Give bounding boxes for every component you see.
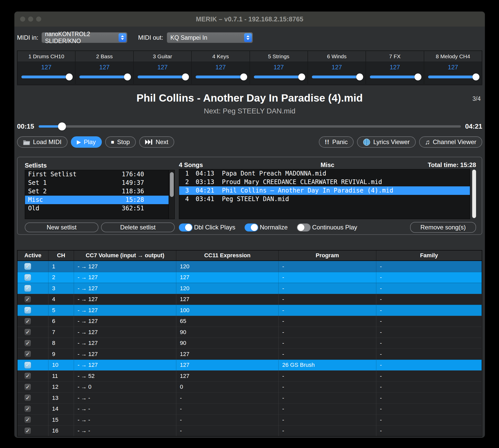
song-row[interactable]: 3 04:21 Phil Collins – Another Day In Pa… — [179, 186, 470, 195]
channel-table: ActiveCHCC7 Volume (input → output)CC11 … — [17, 250, 482, 437]
remove-songs-button[interactable]: Remove song(s) — [410, 222, 476, 233]
mixer-channel-slider[interactable] — [370, 76, 420, 79]
channel-row[interactable]: ✓ 5 - → 127 100 - - — [18, 305, 482, 316]
songs-list[interactable]: 1 04:13 Papa Dont Preach MADONNA.mid 2 0… — [179, 169, 470, 219]
channel-row[interactable]: ✓ 12 - → 0 0 - - — [18, 381, 482, 393]
active-checkbox[interactable]: ✓ — [24, 362, 31, 369]
stop-button[interactable]: ■ Stop — [105, 136, 136, 148]
cc7-volume-cell: - → - — [74, 392, 176, 403]
channel-row[interactable]: ✓ 4 - → 127 127 - - — [18, 294, 482, 305]
mixer-channel-slider[interactable] — [312, 76, 362, 79]
setlist-row[interactable]: Misc 15:28 — [25, 196, 174, 204]
seek-thumb[interactable] — [58, 122, 66, 130]
scrollbar-thumb[interactable] — [170, 172, 174, 197]
slider-thumb[interactable] — [124, 73, 131, 80]
delete-setlist-button[interactable]: Delete setlist — [101, 222, 175, 232]
active-checkbox[interactable]: ✓ — [24, 340, 31, 347]
active-checkbox[interactable]: ✓ — [24, 329, 31, 336]
active-checkbox[interactable]: ✓ — [24, 307, 31, 314]
slider-thumb[interactable] — [298, 73, 305, 80]
setlist-row[interactable]: Set 1 149:37 — [25, 179, 174, 187]
mixer-channel: 6 Winds 127 — [308, 51, 366, 84]
slider-thumb[interactable] — [472, 73, 479, 80]
channel-row[interactable]: ✓ 3 - → 127 120 - - — [18, 283, 482, 294]
mixer-channel-slider[interactable] — [21, 76, 71, 79]
mixer-channel-slider[interactable] — [138, 76, 187, 79]
program-cell: - — [279, 381, 376, 393]
slider-thumb[interactable] — [414, 73, 421, 80]
channel-row[interactable]: ✓ 15 - → - - - - — [18, 414, 482, 425]
active-cell: ✓ — [18, 360, 48, 371]
active-checkbox[interactable]: ✓ — [24, 318, 31, 325]
close-button[interactable] — [20, 16, 25, 22]
channel-row[interactable]: ✓ 9 - → 127 127 - - — [18, 349, 482, 360]
slider-thumb[interactable] — [240, 73, 247, 80]
songs-scrollbar[interactable] — [472, 170, 476, 218]
song-row[interactable]: 2 03:13 Proud Mary CREEDANCE CLEARWATER … — [179, 178, 470, 186]
toggle-switch[interactable] — [245, 223, 258, 231]
channel-row[interactable]: ✓ 10 - → 127 127 26 GS Brush - — [18, 360, 482, 371]
midi-in-label: MIDI in: — [17, 34, 38, 41]
setlist-list[interactable]: First Setlist 176:40 Set 1 149:37 Set 2 … — [25, 170, 175, 219]
active-checkbox[interactable]: ✓ — [24, 416, 31, 423]
slider-track — [196, 76, 245, 78]
slider-thumb[interactable] — [356, 73, 363, 80]
program-cell: - — [279, 283, 376, 294]
toggle-switch[interactable] — [179, 223, 193, 231]
active-checkbox[interactable]: ✓ — [24, 285, 31, 292]
toggle-continuous-play[interactable]: Continuous Play — [297, 223, 357, 231]
channel-row[interactable]: ✓ 6 - → 127 65 - - — [18, 316, 482, 327]
cc11-expression-cell: 0 — [176, 381, 279, 393]
midi-in-select[interactable]: nanoKONTROL2 SLIDER/KNO — [41, 32, 127, 43]
active-checkbox[interactable]: ✓ — [24, 274, 31, 281]
setlist-row[interactable]: Set 2 118:36 — [25, 187, 174, 196]
setlist-row[interactable]: First Setlist 176:40 — [25, 170, 174, 179]
new-setlist-button[interactable]: New setlist — [25, 222, 98, 232]
load-midi-button[interactable]: Load MIDI — [17, 136, 68, 148]
channel-row[interactable]: ✓ 13 - → - - - - — [18, 392, 482, 403]
song-filename: Papa Dont Preach MADONNA.mid — [222, 169, 326, 178]
setlist-row[interactable]: Old 362:51 — [25, 204, 174, 213]
toggle-normalize[interactable]: Normalize — [245, 223, 288, 231]
channel-row[interactable]: ✓ 8 - → 127 90 - - — [18, 338, 482, 349]
active-checkbox[interactable]: ✓ — [24, 296, 31, 303]
lyrics-viewer-button[interactable]: Lyrics Viewer — [357, 136, 415, 148]
checkmark-icon: ✓ — [26, 428, 30, 434]
channel-row[interactable]: ✓ 2 - → 127 127 - - — [18, 272, 482, 283]
setlist-scrollbar[interactable] — [169, 170, 174, 219]
channel-row[interactable]: ✓ 11 - → 52 127 - - — [18, 370, 482, 381]
channel-row[interactable]: ✓ 16 - → - - - - — [18, 425, 482, 436]
midi-out-select[interactable]: KQ Sampei In — [167, 32, 253, 43]
seek-bar[interactable] — [39, 125, 461, 128]
mixer-channel-value: 127 — [192, 62, 249, 71]
play-button[interactable]: ▶ Play — [71, 136, 102, 148]
mixer-channel-slider[interactable] — [196, 76, 245, 79]
mixer-channel-name: 3 Guitar — [134, 51, 192, 62]
setlist-duration: 15:28 — [105, 196, 144, 204]
song-row[interactable]: 4 03:41 Peg STEELY DAN.mid — [179, 195, 470, 203]
cc11-expression-cell: 120 — [176, 261, 279, 272]
toggle-dbl-click-plays[interactable]: Dbl Click Plays — [179, 223, 235, 231]
slider-thumb[interactable] — [66, 73, 73, 80]
panic-button[interactable]: !! Panic — [319, 136, 354, 148]
channel-row[interactable]: ✓ 7 - → 127 90 - - — [18, 327, 482, 338]
active-checkbox[interactable]: ✓ — [24, 405, 31, 412]
mixer-channel-slider[interactable] — [79, 76, 129, 79]
channel-row[interactable]: ✓ 1 - → 127 120 - - — [18, 261, 482, 272]
channel-row[interactable]: ✓ 14 - → - - - - — [18, 403, 482, 414]
slider-thumb[interactable] — [182, 73, 189, 80]
zoom-button[interactable] — [36, 16, 41, 22]
active-checkbox[interactable]: ✓ — [24, 394, 31, 401]
active-checkbox[interactable]: ✓ — [24, 427, 31, 434]
toggle-switch[interactable] — [297, 223, 311, 231]
song-row[interactable]: 1 04:13 Papa Dont Preach MADONNA.mid — [179, 169, 470, 178]
mixer-channel-slider[interactable] — [428, 76, 478, 79]
mixer-channel-slider[interactable] — [254, 76, 304, 79]
active-checkbox[interactable]: ✓ — [24, 384, 31, 391]
active-checkbox[interactable]: ✓ — [24, 351, 31, 358]
active-checkbox[interactable]: ✓ — [24, 372, 31, 379]
next-button[interactable]: Next — [139, 136, 174, 148]
active-checkbox[interactable]: ✓ — [24, 263, 31, 270]
minimize-button[interactable] — [28, 16, 33, 22]
channel-viewer-button[interactable]: ♫ Channel Viewer — [419, 136, 483, 148]
